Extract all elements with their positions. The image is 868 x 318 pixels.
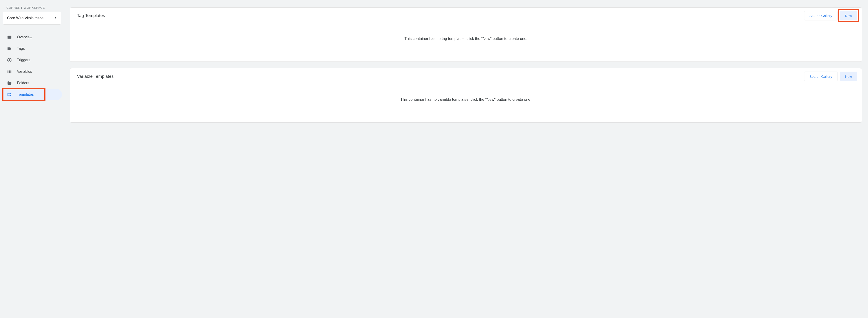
svg-rect-7 <box>10 70 11 71</box>
new-button[interactable]: New <box>840 72 857 81</box>
app-root: CURRENT WORKSPACE Core Web Vitals meas..… <box>0 0 868 318</box>
card-title: Variable Templates <box>77 74 114 79</box>
sidebar-item-label: Folders <box>17 81 29 85</box>
new-button-wrap: New <box>840 11 857 21</box>
card-actions: Search Gallery New <box>804 72 857 81</box>
sidebar-item-label: Tags <box>17 46 25 51</box>
search-gallery-button[interactable]: Search Gallery <box>804 72 837 81</box>
svg-rect-3 <box>9 71 10 73</box>
variable-templates-card: Variable Templates Search Gallery New Th… <box>70 68 862 122</box>
sidebar-item-label: Variables <box>17 70 32 74</box>
sidebar-item-label: Templates <box>17 93 34 97</box>
workspace-selector[interactable]: Core Web Vitals meas... <box>3 12 61 25</box>
sidebar-item-overview[interactable]: Overview <box>0 31 62 43</box>
chevron-right-icon <box>54 16 58 20</box>
overview-icon <box>7 35 12 40</box>
sidebar-item-label: Triggers <box>17 58 30 62</box>
tag-icon <box>7 46 12 51</box>
variable-icon <box>7 69 12 74</box>
sidebar-item-tags[interactable]: Tags <box>0 43 62 55</box>
trigger-icon <box>7 58 12 63</box>
svg-rect-2 <box>7 71 8 73</box>
svg-rect-6 <box>9 70 10 71</box>
card-actions: Search Gallery New <box>804 11 857 21</box>
svg-point-1 <box>8 59 10 61</box>
sidebar-item-triggers[interactable]: Triggers <box>0 55 62 66</box>
sidebar-nav: Overview Tags Triggers Variables <box>0 31 64 100</box>
card-empty-message: This container has no tag templates, cli… <box>70 21 862 62</box>
sidebar-item-folders[interactable]: Folders <box>0 77 62 89</box>
new-button[interactable]: New <box>840 11 857 21</box>
folder-icon <box>7 80 12 85</box>
workspace-name: Core Web Vitals meas... <box>7 16 46 20</box>
card-header: Variable Templates Search Gallery New <box>70 68 862 81</box>
card-title: Tag Templates <box>77 13 105 18</box>
card-empty-message: This container has no variable templates… <box>70 81 862 122</box>
sidebar-item-templates[interactable]: Templates <box>0 89 62 100</box>
workspace-heading: CURRENT WORKSPACE <box>0 6 64 12</box>
template-icon <box>7 92 12 97</box>
search-gallery-button[interactable]: Search Gallery <box>804 11 837 21</box>
sidebar-item-label: Overview <box>17 35 32 39</box>
card-header: Tag Templates Search Gallery New <box>70 7 862 21</box>
sidebar: CURRENT WORKSPACE Core Web Vitals meas..… <box>0 2 64 318</box>
sidebar-item-variables[interactable]: Variables <box>0 66 62 77</box>
main-content: Tag Templates Search Gallery New This co… <box>64 2 868 318</box>
svg-rect-5 <box>7 70 8 71</box>
svg-rect-4 <box>10 71 11 73</box>
tag-templates-card: Tag Templates Search Gallery New This co… <box>70 7 862 62</box>
